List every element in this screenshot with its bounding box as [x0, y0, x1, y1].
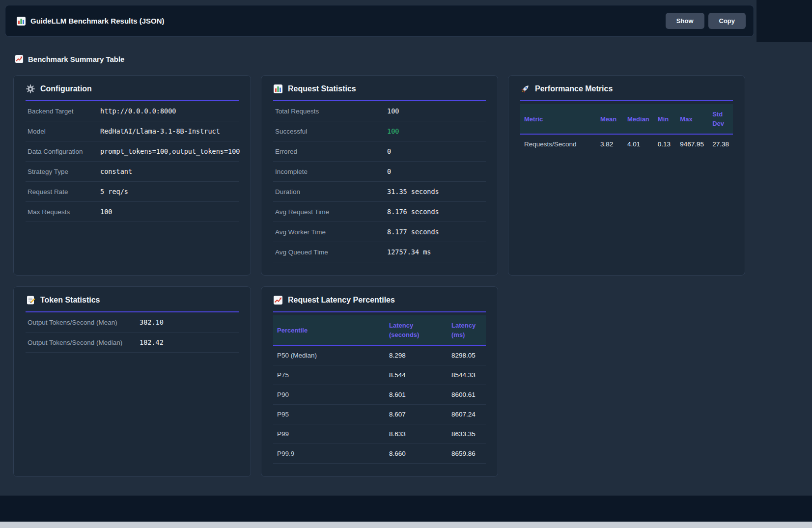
token-stat-value: 182.42	[140, 338, 237, 346]
performance-metrics-title-label: Performance Metrics	[535, 83, 613, 94]
latency-seconds-cell: 8.601	[385, 385, 448, 405]
column-header: Median	[623, 104, 654, 134]
percentile-row: P75 8.544 8544.33	[273, 365, 486, 385]
token-statistics-card: Token Statistics Output Tokens/Second (M…	[13, 286, 251, 477]
request-stat-row: Duration 31.35 seconds	[273, 182, 486, 202]
request-stat-value: 31.35 seconds	[387, 188, 484, 195]
column-header: Metric	[520, 104, 596, 134]
request-stat-row: Successful 100	[273, 121, 486, 141]
latency-seconds-cell: 8.298	[385, 345, 448, 365]
column-header: Latency (seconds)	[385, 315, 448, 345]
metric-stddev-cell: 27.38	[708, 134, 733, 154]
percentile-cell: P75	[273, 365, 385, 385]
request-stat-value: 100	[387, 107, 484, 115]
request-stat-label: Duration	[275, 188, 387, 195]
config-row: Strategy Type constant	[26, 162, 239, 182]
latency-ms-cell: 8544.33	[448, 365, 486, 385]
cards-row-2: Token Statistics Output Tokens/Second (M…	[13, 286, 799, 477]
config-row: Model RedHatAI/Llama-3.1-8B-Instruct	[26, 121, 239, 141]
config-label: Model	[28, 128, 100, 135]
percentile-row: P99 8.633 8633.35	[273, 424, 486, 444]
bar-chart-icon	[16, 16, 26, 26]
latency-ms-cell: 8633.35	[448, 424, 486, 444]
config-row: Data Configuration prompt_tokens=100,out…	[26, 141, 239, 162]
latency-seconds-cell: 8.633	[385, 424, 448, 444]
token-stat-value: 382.10	[140, 318, 237, 326]
request-stat-label: Avg Queued Time	[275, 249, 387, 256]
config-value: RedHatAI/Llama-3.1-8B-Instruct	[100, 127, 237, 135]
latency-ms-cell: 8298.05	[448, 345, 486, 365]
request-stat-label: Errored	[275, 148, 387, 155]
request-stat-value: 0	[387, 167, 484, 175]
percentile-row: P50 (Median) 8.298 8298.05	[273, 345, 486, 365]
latency-percentiles-title-label: Request Latency Percentiles	[288, 295, 395, 306]
config-label: Request Rate	[28, 188, 100, 195]
metric-name-cell: Requests/Second	[520, 134, 596, 154]
percentile-row: P95 8.607 8607.24	[273, 405, 486, 424]
latency-seconds-cell: 8.544	[385, 365, 448, 385]
show-button[interactable]: Show	[666, 13, 704, 29]
latency-percentiles-header-row: Percentile Latency (seconds) Latency (ms…	[273, 315, 486, 345]
chart-increasing-icon	[273, 295, 283, 305]
request-stat-row: Incomplete 0	[273, 162, 486, 182]
request-stat-value-success: 100	[387, 127, 484, 135]
performance-metrics-card-title: Performance Metrics	[520, 83, 733, 101]
percentile-cell: P99.9	[273, 444, 385, 464]
request-stat-label: Successful	[275, 128, 387, 135]
config-value: constant	[100, 167, 237, 175]
window-chrome-corner	[756, 0, 812, 42]
request-statistics-card-title: Request Statistics	[273, 83, 486, 101]
chart-increasing-icon	[15, 55, 24, 63]
request-stat-row: Total Requests 100	[273, 101, 486, 121]
percentile-cell: P90	[273, 385, 385, 405]
configuration-card-title: Configuration	[26, 83, 239, 101]
performance-metrics-card: Performance Metrics Metric Mean Median M…	[508, 75, 745, 276]
request-stat-value: 8.177 seconds	[387, 228, 484, 236]
configuration-title-label: Configuration	[40, 83, 92, 94]
request-statistics-card: Request Statistics Total Requests 100 Su…	[261, 75, 498, 276]
column-header: Max	[676, 104, 708, 134]
token-stat-label: Output Tokens/Second (Median)	[28, 339, 140, 346]
request-stat-value: 0	[387, 147, 484, 155]
section-title-label: Benchmark Summary Table	[28, 55, 124, 63]
config-value: 100	[100, 208, 237, 216]
percentile-row: P90 8.601 8600.61	[273, 385, 486, 405]
page: GuideLLM Benchmark Results (JSON) Show C…	[0, 0, 812, 528]
performance-metrics-table: Metric Mean Median Min Max Std Dev Reque…	[520, 104, 733, 154]
request-stat-row: Avg Request Time 8.176 seconds	[273, 202, 486, 222]
config-label: Backend Target	[28, 108, 100, 115]
copy-button[interactable]: Copy	[708, 13, 746, 29]
bar-chart-icon	[273, 84, 283, 94]
title-bar: GuideLLM Benchmark Results (JSON) Show C…	[5, 5, 754, 37]
config-value: prompt_tokens=100,output_tokens=100	[100, 147, 240, 155]
column-header: Percentile	[273, 315, 385, 345]
config-label: Max Requests	[28, 208, 100, 216]
percentile-cell: P99	[273, 424, 385, 444]
latency-seconds-cell: 8.660	[385, 444, 448, 464]
metric-mean-cell: 3.82	[596, 134, 623, 154]
request-stat-label: Avg Request Time	[275, 208, 387, 216]
config-label: Strategy Type	[28, 168, 100, 175]
request-stat-label: Total Requests	[275, 108, 387, 115]
cards-row-1: Configuration Backend Target http://0.0.…	[13, 75, 799, 276]
column-header: Min	[654, 104, 676, 134]
request-stat-value: 8.176 seconds	[387, 208, 484, 216]
token-stat-label: Output Tokens/Second (Mean)	[28, 319, 140, 326]
column-header: Std Dev	[708, 104, 733, 134]
request-stat-label: Incomplete	[275, 168, 387, 175]
performance-metrics-row: Requests/Second 3.82 4.01 0.13 9467.95 2…	[520, 134, 733, 154]
title-bar-actions: Show Copy	[666, 13, 746, 29]
config-row: Request Rate 5 req/s	[26, 182, 239, 202]
request-stat-row: Avg Worker Time 8.177 seconds	[273, 222, 486, 242]
memo-icon	[26, 295, 35, 305]
metric-median-cell: 4.01	[623, 134, 654, 154]
metric-max-cell: 9467.95	[676, 134, 708, 154]
request-stat-row: Errored 0	[273, 141, 486, 162]
config-row: Max Requests 100	[26, 202, 239, 222]
config-value: 5 req/s	[100, 188, 237, 195]
percentile-cell: P95	[273, 405, 385, 424]
latency-ms-cell: 8607.24	[448, 405, 486, 424]
footer-dark-band	[0, 496, 812, 522]
rocket-icon	[520, 84, 530, 94]
page-title: GuideLLM Benchmark Results (JSON)	[30, 17, 165, 25]
